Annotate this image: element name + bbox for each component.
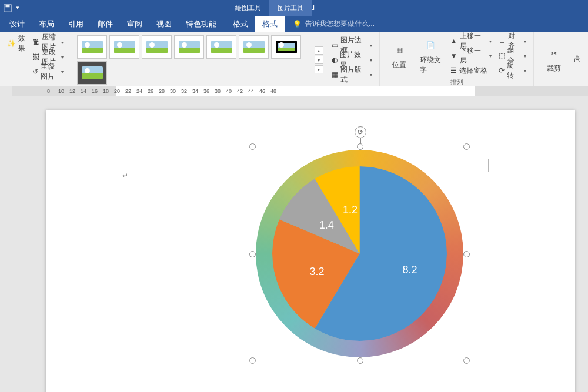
- adjust-group-label: [5, 84, 66, 86]
- effects2-icon: ◐: [332, 56, 338, 64]
- tell-me-placeholder: 告诉我您想要做什么...: [305, 19, 375, 29]
- gallery-scroll[interactable]: ▴ ▾ ▾: [315, 46, 323, 73]
- group-icon: ⬚: [499, 52, 505, 60]
- resize-handle-l[interactable]: [249, 251, 256, 257]
- ruler-tick: 32: [181, 88, 187, 94]
- pie-slice-label: 1.2: [343, 204, 358, 216]
- gallery-up-icon[interactable]: ▴: [315, 46, 323, 55]
- send-backward-button[interactable]: ▼下移一层: [448, 49, 494, 63]
- ruler-tick: 36: [203, 88, 209, 94]
- resize-handle-b[interactable]: [357, 357, 363, 364]
- pie-slice-label: 1.4: [319, 219, 334, 232]
- pic-style-3[interactable]: [142, 35, 172, 59]
- rotate-button[interactable]: ⟳旋转: [496, 63, 529, 78]
- selection-icon: ☰: [450, 66, 457, 75]
- effects-icon: ✨: [7, 39, 16, 48]
- tab-review[interactable]: 审阅: [120, 16, 149, 32]
- compress-icon: 🗜: [32, 38, 39, 46]
- drawing-tools-label: 绘图工具: [227, 0, 269, 16]
- tab-mailings[interactable]: 邮件: [91, 16, 120, 32]
- quick-access-toolbar: ▼: [0, 4, 29, 13]
- ribbon: ✨效果 🗜压缩图片 🖼更改图片 ↺重设图片 ▴: [0, 32, 588, 86]
- margin-corner-tl: [108, 159, 121, 172]
- layout-icon: ▦: [332, 71, 338, 79]
- pic-style-4[interactable]: [174, 35, 204, 59]
- ruler-tick: 42: [237, 88, 243, 94]
- lightbulb-icon: 💡: [293, 20, 302, 28]
- wrap-icon: 📄: [423, 37, 439, 53]
- contextual-tab-labels: 绘图工具 图片工具: [227, 0, 312, 16]
- resize-handle-tr[interactable]: [463, 143, 470, 150]
- tab-references[interactable]: 引用: [61, 16, 91, 32]
- pic-style-5[interactable]: [206, 35, 236, 59]
- tab-format-picture[interactable]: 格式: [255, 16, 285, 32]
- gallery-down-icon[interactable]: ▾: [315, 56, 323, 64]
- ruler-tick: 26: [148, 88, 153, 94]
- pie-chart-image[interactable]: 8.23.21.41.2: [256, 150, 463, 357]
- ruler-tick: 20: [114, 88, 120, 94]
- ruler-tick: 44: [248, 88, 254, 94]
- picture-styles-gallery[interactable]: [76, 34, 309, 86]
- forward-icon: ▲: [450, 37, 457, 45]
- picture-layout-button[interactable]: ▦图片版式: [329, 68, 375, 82]
- ruler-tick: 10: [58, 88, 64, 94]
- pie-svg: [272, 166, 447, 341]
- tab-format-drawing[interactable]: 格式: [226, 16, 255, 32]
- document-workspace[interactable]: ↵ ⟳ 8.23.21.41.2: [0, 96, 588, 392]
- ruler-tick: 30: [170, 88, 176, 94]
- save-icon[interactable]: [4, 4, 12, 12]
- pie-slice-label: 8.2: [403, 264, 417, 276]
- ruler-tick: 12: [69, 88, 75, 94]
- crop-button[interactable]: ✂ 裁剪: [539, 44, 569, 75]
- ruler-tick: 18: [103, 88, 109, 94]
- ruler-tick: 8: [47, 88, 50, 94]
- tab-design[interactable]: 设计: [2, 16, 32, 32]
- ruler-tick: 22: [125, 88, 131, 94]
- position-icon: ▦: [391, 42, 407, 58]
- reset-picture-button[interactable]: ↺重设图片: [30, 65, 66, 79]
- qat-dropdown-icon[interactable]: ▼: [15, 5, 20, 11]
- picture-selection-box[interactable]: ⟳ 8.23.21.41.2: [252, 146, 467, 361]
- ribbon-group-picture-styles: ▴ ▾ ▾ ▭图片边框 ◐图片效果 ▦图片版式 图片样式: [71, 32, 380, 86]
- tab-special[interactable]: 特色功能: [179, 16, 223, 32]
- backward-icon: ▼: [450, 52, 457, 60]
- align-icon: ⫠: [499, 37, 506, 45]
- wrap-text-button[interactable]: 📄 环绕文字: [416, 36, 446, 76]
- tab-layout[interactable]: 布局: [32, 16, 61, 32]
- page: ↵ ⟳ 8.23.21.41.2: [46, 110, 575, 392]
- pic-style-2[interactable]: [109, 35, 139, 59]
- resize-handle-tl[interactable]: [249, 143, 256, 150]
- resize-handle-t[interactable]: [357, 143, 363, 150]
- selection-pane-button[interactable]: ☰选择窗格: [448, 63, 494, 78]
- ribbon-group-arrange: ▦ 位置 📄 环绕文字 ▲上移一层 ▼下移一层 ☰选择窗格 ⫠对齐 ⬚组合 ⟳旋…: [380, 32, 534, 86]
- change-icon: 🖼: [32, 53, 39, 61]
- ruler-tick: 46: [259, 88, 265, 94]
- resize-handle-br[interactable]: [463, 357, 470, 364]
- pic-style-8[interactable]: [77, 61, 107, 85]
- artistic-effects-button[interactable]: ✨效果: [5, 36, 28, 51]
- border-icon: ▭: [332, 41, 338, 49]
- tell-me-search[interactable]: 💡 告诉我您想要做什么...: [293, 16, 375, 32]
- ruler-tick: 40: [226, 88, 232, 94]
- position-button[interactable]: ▦ 位置: [385, 41, 414, 71]
- ruler-tick: 14: [81, 88, 86, 94]
- pic-style-1[interactable]: [77, 35, 107, 59]
- pie-slice-label: 3.2: [310, 266, 325, 278]
- tab-view[interactable]: 视图: [149, 16, 179, 32]
- ruler-tick: 24: [136, 88, 142, 94]
- resize-handle-bl[interactable]: [249, 357, 256, 364]
- rotation-handle[interactable]: ⟳: [355, 126, 366, 138]
- pic-style-7[interactable]: [271, 35, 301, 59]
- gallery-more-icon[interactable]: ▾: [315, 65, 323, 73]
- svg-rect-1: [6, 4, 10, 6]
- title-bar: ▼ 文档5 - Word 绘图工具 图片工具: [0, 0, 588, 16]
- ribbon-group-size: ✂ 裁剪 高: [534, 32, 588, 86]
- ruler-tick: 28: [159, 88, 165, 94]
- height-field[interactable]: 高: [572, 52, 583, 66]
- ruler-tick: 34: [192, 88, 198, 94]
- ruler-tick: 38: [215, 88, 220, 94]
- resize-handle-r[interactable]: [463, 251, 470, 257]
- margin-corner-tr: [475, 159, 489, 172]
- ruler-tick: 48: [270, 88, 276, 94]
- pic-style-6[interactable]: [239, 35, 269, 59]
